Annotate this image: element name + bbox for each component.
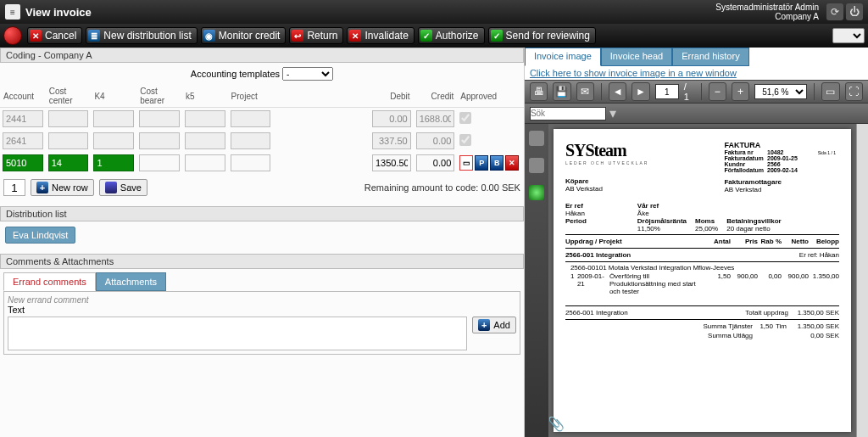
row-page-input[interactable] [3,179,25,196]
fit-width-icon[interactable]: ▭ [821,82,839,101]
open-image-link[interactable]: Click here to show invoice image in a ne… [525,66,868,80]
page-total: / 1 [684,81,694,102]
tab-errand-comments[interactable]: Errand comments [3,272,96,291]
coding-row [0,108,524,131]
project-field[interactable] [231,154,271,171]
kopare-label: Köpare [565,177,649,185]
account-field[interactable] [3,154,43,171]
project-field [231,132,271,149]
col-costbearer: Cost bearer [136,85,182,108]
col-k5: k5 [182,85,228,108]
save-button[interactable]: Save [99,179,147,196]
mottagare-label: Fakturamottagare [724,178,839,186]
close-icon: ✕ [30,30,42,42]
window-title: View invoice [25,6,715,19]
col-approved: Approved [457,85,524,108]
coding-table: Account Cost center K4 Cost bearer k5 Pr… [0,85,524,174]
costcenter-field [48,132,89,149]
return-icon: ↩ [292,30,303,42]
refresh-icon[interactable]: ⟳ [826,3,843,20]
next-page-icon[interactable]: ► [632,82,649,101]
distribution-person[interactable]: Eva Lindqvist [5,227,75,244]
tab-errand-history[interactable]: Errand history [672,48,748,66]
row-action-icon[interactable]: ▭ [459,155,473,171]
eye-icon: ◉ [203,30,215,42]
credit-field [416,110,455,127]
tab-invoice-image[interactable]: Invoice image [525,48,601,66]
viewer-body: SYSteam LEDER OCH UTVECKLAR Köpare AB Ve… [525,124,868,437]
col-credit: Credit [414,85,458,108]
tab-attachments[interactable]: Attachments [96,272,166,291]
project-field [231,110,271,127]
return-button[interactable]: ↩Return [289,27,343,44]
budget-icon[interactable]: B [490,155,504,171]
costcenter-field[interactable] [48,154,89,171]
email-icon[interactable]: ✉ [576,82,594,101]
zoom-in-icon[interactable]: + [732,82,749,101]
comments-panel-title: Comments & Attachments [0,254,524,269]
invalidate-icon: ✕ [349,30,361,42]
search-dropdown-icon[interactable]: ▾ [609,105,616,121]
help-icon[interactable] [529,185,544,200]
save-icon [105,182,117,193]
coding-row-active: ▭ P B ✕ [0,152,524,174]
invoice-viewer-panel: Invoice image Invoice head Errand histor… [525,48,868,437]
new-row-button[interactable]: +New row [31,179,94,196]
page-current-input[interactable] [655,84,679,99]
costbearer-field [139,132,180,149]
credit-field[interactable] [416,154,455,171]
cancel-button[interactable]: ✕Cancel [27,27,82,44]
send-review-button[interactable]: ✓Send for reviewing [488,27,596,44]
k5-field [185,110,225,127]
power-icon[interactable]: ⏻ [846,3,863,20]
coding-row [0,130,524,152]
tab-invoice-head[interactable]: Invoice head [601,48,672,66]
app-orb-icon[interactable] [3,26,22,45]
user-company: Company A [715,12,819,21]
col-project: Project [228,85,274,108]
col-k4: K4 [91,85,136,108]
row-controls: +New row Save Remaining amount to code: … [0,174,524,201]
comment-body: New errand comment Text +Add [3,291,520,355]
delete-row-icon[interactable]: ✕ [505,155,519,171]
viewer-toolbar: 🖶 💾 ✉ ◄ ► / 1 − + 51,6 % ▭ ⛶ [525,80,868,104]
col-costcenter: Cost center [46,85,92,108]
invalidate-button[interactable]: ✕Invalidate [347,27,414,44]
search-input[interactable] [530,107,606,120]
viewer-sidebar [525,124,548,437]
approved-checkbox [459,112,471,124]
invoice-document[interactable]: SYSteam LEDER OCH UTVECKLAR Köpare AB Ve… [554,129,851,432]
periodize-icon[interactable]: P [475,155,488,171]
layers-icon[interactable] [529,158,544,173]
page-selector[interactable] [832,28,865,43]
vertical-scrollbar[interactable] [856,124,868,437]
save-file-icon[interactable]: 💾 [553,82,570,101]
print-icon[interactable]: 🖶 [530,82,548,101]
col-debit: Debit [370,85,414,108]
add-comment-button[interactable]: +Add [472,317,516,333]
authorize-button[interactable]: ✓Authorize [418,27,485,44]
zoom-out-icon[interactable]: − [709,82,726,101]
mottagare-value: AB Verkstad [724,186,839,193]
k5-field[interactable] [185,154,225,171]
zoom-select[interactable]: 51,6 % [754,84,807,99]
thumbnails-icon[interactable] [529,131,544,146]
debit-field[interactable] [372,154,411,171]
attachment-clip-icon[interactable]: 📎 [548,416,565,432]
debit-field [372,110,411,127]
prev-page-icon[interactable]: ◄ [609,82,626,101]
k4-field[interactable] [93,154,134,171]
action-toolbar: ✕Cancel ≣New distribution list ◉Monitor … [0,24,868,48]
remaining-amount: Remaining amount to code: 0.00 SEK [364,182,520,193]
fit-page-icon[interactable]: ⛶ [845,82,863,101]
templates-select[interactable]: - [282,67,333,81]
monitor-credit-button[interactable]: ◉Monitor credit [201,27,287,44]
new-distribution-button[interactable]: ≣New distribution list [86,27,197,44]
costbearer-field[interactable] [139,154,180,171]
plus-icon: + [36,182,48,193]
distribution-panel-title: Distribution list [0,206,524,221]
comment-textarea[interactable] [8,317,467,350]
kopare-value: AB Verkstad [565,185,649,193]
text-label: Text [8,305,516,315]
window-titlebar: ≡ View invoice Systemadministratör Admin… [0,0,868,24]
